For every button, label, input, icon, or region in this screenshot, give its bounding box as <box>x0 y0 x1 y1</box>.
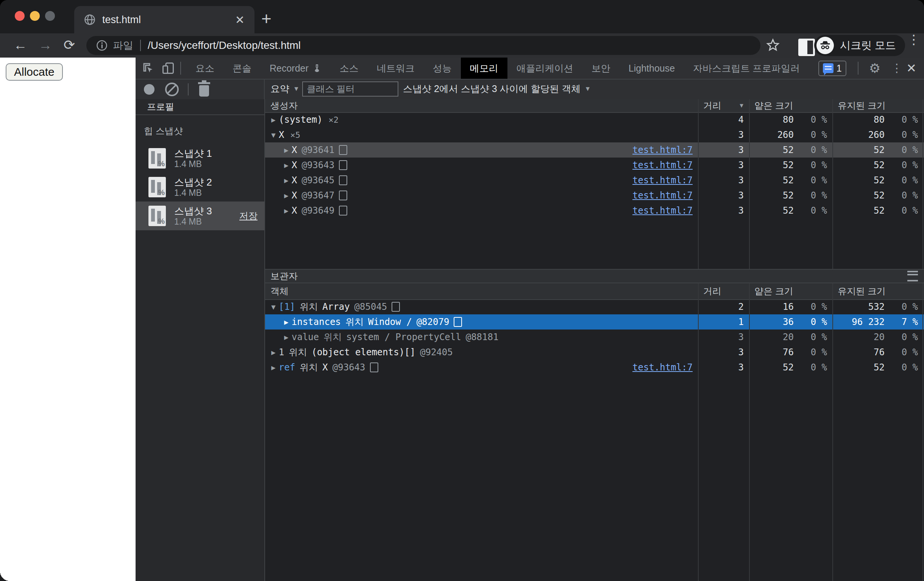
source-link[interactable]: test.html:7 <box>632 362 693 373</box>
browser-menu-icon[interactable]: ⋮ <box>908 36 915 43</box>
tab-성능[interactable]: 성능 <box>424 58 461 79</box>
column-header-shallow-size[interactable]: 얕은 크기 <box>749 283 832 299</box>
source-link[interactable]: test.html:7 <box>632 145 693 155</box>
issues-badge[interactable]: 1 <box>818 61 846 76</box>
snapshot-item[interactable]: 스냅샷 11.4 MB <box>135 144 264 173</box>
expand-arrow-icon[interactable]: ▶ <box>281 206 292 215</box>
reveal-icon[interactable] <box>339 190 347 200</box>
inspect-icon[interactable] <box>142 61 155 75</box>
snapshot-item[interactable]: 스냅샷 31.4 MB저장 <box>135 201 264 230</box>
expand-arrow-icon[interactable]: ▶ <box>268 363 279 371</box>
traffic-light-zoom[interactable] <box>45 11 55 21</box>
allocate-button[interactable]: Allocate <box>6 63 63 81</box>
settings-gear-icon[interactable]: ⚙ <box>869 61 881 76</box>
devtools-menu-icon[interactable]: ⋮ <box>891 66 897 71</box>
column-header-retained-size[interactable]: 유지된 크기 <box>832 99 923 112</box>
tab-보안[interactable]: 보안 <box>582 58 620 79</box>
tab-요소[interactable]: 요소 <box>186 58 223 79</box>
delete-profile-icon[interactable] <box>199 85 209 97</box>
side-panel-icon[interactable] <box>798 39 815 56</box>
clear-profiles-icon[interactable] <box>165 83 179 96</box>
collapse-arrow-icon[interactable]: ▼ <box>268 131 279 139</box>
column-divider[interactable] <box>832 283 833 581</box>
reveal-icon[interactable] <box>339 175 347 185</box>
constructor-row[interactable]: ▶X@93649test.html:73520 %520 % <box>265 203 924 218</box>
reveal-icon[interactable] <box>339 145 347 155</box>
tab-콘솔[interactable]: 콘솔 <box>223 58 261 79</box>
retainer-row[interactable]: ▶instances위치Window /@820791360 %96 2327 … <box>265 314 924 330</box>
retainers-menu-icon[interactable] <box>908 271 918 281</box>
record-snapshot-icon[interactable] <box>144 84 155 95</box>
retainer-row[interactable]: ▶1위치(object elements)[]@924053760 %760 % <box>265 345 924 360</box>
column-header-distance[interactable]: 거리 <box>698 283 749 299</box>
constructor-row[interactable]: ▶X@93645test.html:73520 %520 % <box>265 173 924 188</box>
column-header-distance[interactable]: 거리▼ <box>698 99 749 112</box>
expand-arrow-icon[interactable]: ▶ <box>281 333 292 341</box>
new-tab-button[interactable]: + <box>261 9 272 28</box>
retainer-row[interactable]: ▼[1]위치Array@850452160 %5320 % <box>265 299 924 314</box>
expand-arrow-icon[interactable]: ▶ <box>281 161 292 169</box>
source-link[interactable]: test.html:7 <box>632 175 693 186</box>
device-toolbar-icon[interactable] <box>161 61 175 75</box>
column-header-constructor[interactable]: 생성자 <box>265 99 698 112</box>
source-link[interactable]: test.html:7 <box>632 205 693 216</box>
reveal-icon[interactable] <box>454 317 462 327</box>
browser-tab[interactable]: test.html ✕ <box>74 6 254 33</box>
source-link[interactable]: test.html:7 <box>632 160 693 170</box>
tab-네트워크[interactable]: 네트워크 <box>368 58 424 79</box>
save-link[interactable]: 저장 <box>239 210 257 222</box>
shallow-size-cell: 520 % <box>749 360 832 375</box>
reveal-icon[interactable] <box>339 206 347 216</box>
incognito-badge[interactable]: 시크릿 모드 <box>814 35 905 56</box>
shallow-size-percent: 0 % <box>794 205 832 216</box>
reload-button[interactable]: ⟳ <box>64 37 75 53</box>
column-header-retained-size[interactable]: 유지된 크기 <box>832 283 923 299</box>
tab-close-button[interactable]: ✕ <box>235 13 245 26</box>
traffic-light-close[interactable] <box>15 11 25 21</box>
column-divider[interactable] <box>698 99 699 269</box>
column-divider[interactable] <box>749 99 750 269</box>
traffic-light-minimize[interactable] <box>30 11 40 21</box>
back-button[interactable]: ← <box>14 37 27 53</box>
info-icon[interactable] <box>96 40 107 51</box>
reveal-icon[interactable] <box>339 160 347 170</box>
column-header-object[interactable]: 객체 <box>265 283 698 299</box>
constructor-row[interactable]: ▶X@93641test.html:73520 %520 % <box>265 142 924 158</box>
expand-arrow-icon[interactable]: ▶ <box>281 176 292 185</box>
column-divider[interactable] <box>832 99 833 269</box>
url-bar[interactable]: 파일 /Users/yceffort/Desktop/test.html <box>86 36 761 55</box>
constructor-row[interactable]: ▶X@93647test.html:73520 %520 % <box>265 188 924 203</box>
column-divider[interactable] <box>749 283 750 581</box>
bookmark-star-icon[interactable] <box>766 38 780 52</box>
snapshot-item[interactable]: 스냅샷 21.4 MB <box>135 173 264 201</box>
retainer-row[interactable]: ▶ref위치X@93643test.html:73520 %520 % <box>265 360 924 375</box>
expand-arrow-icon[interactable]: ▶ <box>281 318 292 326</box>
constructor-row[interactable]: ▼X×532600 %2600 % <box>265 127 924 142</box>
class-filter-input[interactable] <box>302 81 398 97</box>
tab-Recorder[interactable]: Recorder <box>261 58 331 79</box>
tab-애플리케이션[interactable]: 애플리케이션 <box>507 58 582 79</box>
expand-arrow-icon[interactable]: ▶ <box>281 146 292 154</box>
retained-size-value: 20 <box>832 332 884 342</box>
constructor-row[interactable]: ▶(system)×24800 %800 % <box>265 112 924 127</box>
source-link[interactable]: test.html:7 <box>632 190 693 201</box>
tab-메모리[interactable]: 메모리 <box>461 58 507 79</box>
expand-arrow-icon[interactable]: ▶ <box>268 348 279 357</box>
constructor-row[interactable]: ▶X@93643test.html:73520 %520 % <box>265 158 924 173</box>
reveal-icon[interactable] <box>370 363 378 372</box>
retained-size-cell: 520 % <box>832 188 923 203</box>
retainer-row[interactable]: ▶value위치system / PropertyCell@881813200 … <box>265 330 924 345</box>
tab-자바스크립트 프로파일러[interactable]: 자바스크립트 프로파일러 <box>684 58 809 79</box>
expand-arrow-icon[interactable]: ▶ <box>268 116 279 124</box>
expand-arrow-icon[interactable]: ▶ <box>281 191 292 200</box>
forward-button[interactable]: → <box>39 37 52 53</box>
collapse-arrow-icon[interactable]: ▼ <box>268 303 279 311</box>
snapshot-scope-select[interactable]: 스냅샷 2에서 스냅샷 3 사이에 할당된 객체 ▼ <box>403 83 591 95</box>
column-divider[interactable] <box>698 283 699 581</box>
column-header-shallow-size[interactable]: 얕은 크기 <box>749 99 832 112</box>
devtools-close-button[interactable]: ✕ <box>906 61 916 75</box>
reveal-icon[interactable] <box>391 302 400 312</box>
tab-소스[interactable]: 소스 <box>331 58 368 79</box>
perspective-select[interactable]: 요약 ▼ <box>271 83 300 95</box>
tab-Lighthouse[interactable]: Lighthouse <box>620 58 684 79</box>
